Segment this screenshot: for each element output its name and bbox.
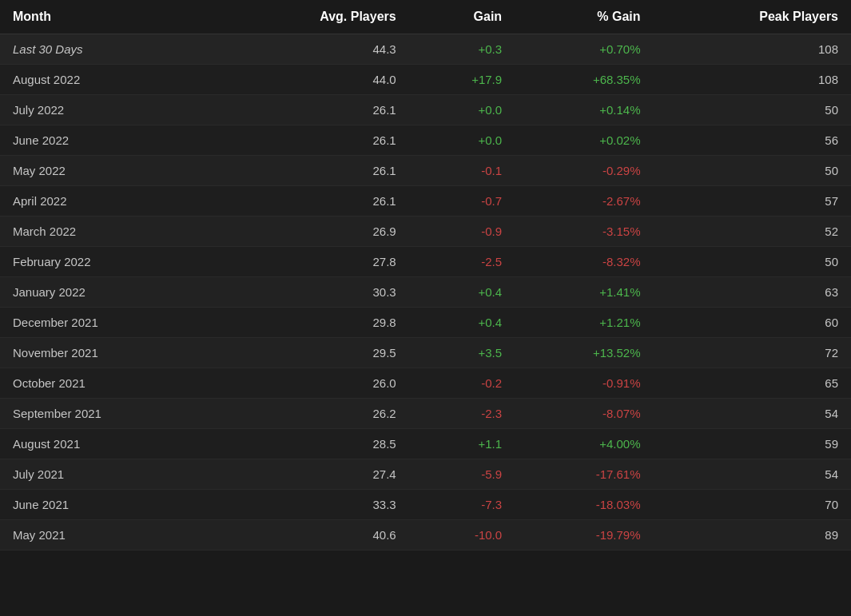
cell-gain: +0.0 <box>409 95 515 125</box>
cell-avg-players: 44.3 <box>216 34 408 65</box>
table-row: March 202226.9-0.9-3.15%52 <box>0 217 851 247</box>
cell-month: April 2022 <box>0 186 216 217</box>
cell-peak-players: 52 <box>654 217 851 247</box>
cell-avg-players: 26.2 <box>216 399 408 429</box>
cell-month: Last 30 Days <box>0 34 216 65</box>
cell-peak-players: 50 <box>654 95 851 125</box>
cell-month: March 2022 <box>0 217 216 247</box>
cell-peak-players: 108 <box>654 65 851 95</box>
cell-avg-players: 33.3 <box>216 490 408 520</box>
cell-pct-gain: +1.41% <box>515 277 653 308</box>
cell-avg-players: 26.9 <box>216 217 408 247</box>
cell-gain: +0.0 <box>409 125 515 156</box>
cell-pct-gain: +13.52% <box>515 338 653 368</box>
cell-gain: +3.5 <box>409 338 515 368</box>
cell-peak-players: 54 <box>654 399 851 429</box>
table-row: June 202226.1+0.0+0.02%56 <box>0 125 851 156</box>
cell-gain: -7.3 <box>409 490 515 520</box>
cell-gain: +0.4 <box>409 277 515 308</box>
cell-month: November 2021 <box>0 338 216 368</box>
cell-avg-players: 29.8 <box>216 308 408 338</box>
cell-avg-players: 26.1 <box>216 125 408 156</box>
cell-month: February 2022 <box>0 247 216 277</box>
cell-month: October 2021 <box>0 368 216 399</box>
cell-avg-players: 44.0 <box>216 65 408 95</box>
stats-table: Month Avg. Players Gain % Gain Peak Play… <box>0 0 851 550</box>
cell-peak-players: 63 <box>654 277 851 308</box>
cell-month: August 2022 <box>0 65 216 95</box>
table-row: May 202226.1-0.1-0.29%50 <box>0 156 851 186</box>
header-peak-players: Peak Players <box>654 0 851 34</box>
cell-peak-players: 89 <box>654 520 851 550</box>
cell-month: July 2021 <box>0 459 216 490</box>
cell-peak-players: 65 <box>654 368 851 399</box>
cell-pct-gain: +68.35% <box>515 65 653 95</box>
cell-gain: -5.9 <box>409 459 515 490</box>
header-pct-gain: % Gain <box>515 0 653 34</box>
cell-pct-gain: +0.70% <box>515 34 653 65</box>
cell-avg-players: 26.1 <box>216 186 408 217</box>
cell-peak-players: 50 <box>654 156 851 186</box>
cell-avg-players: 26.0 <box>216 368 408 399</box>
table-row: September 202126.2-2.3-8.07%54 <box>0 399 851 429</box>
cell-gain: +1.1 <box>409 429 515 459</box>
cell-pct-gain: -3.15% <box>515 217 653 247</box>
cell-gain: +0.3 <box>409 34 515 65</box>
cell-pct-gain: -0.29% <box>515 156 653 186</box>
cell-month: June 2022 <box>0 125 216 156</box>
cell-gain: +0.4 <box>409 308 515 338</box>
header-avg-players: Avg. Players <box>216 0 408 34</box>
cell-peak-players: 57 <box>654 186 851 217</box>
cell-peak-players: 54 <box>654 459 851 490</box>
cell-pct-gain: -0.91% <box>515 368 653 399</box>
cell-pct-gain: +4.00% <box>515 429 653 459</box>
cell-gain: -10.0 <box>409 520 515 550</box>
table-row: December 202129.8+0.4+1.21%60 <box>0 308 851 338</box>
table-row: October 202126.0-0.2-0.91%65 <box>0 368 851 399</box>
cell-pct-gain: +1.21% <box>515 308 653 338</box>
table-row: April 202226.1-0.7-2.67%57 <box>0 186 851 217</box>
cell-avg-players: 27.4 <box>216 459 408 490</box>
cell-month: December 2021 <box>0 308 216 338</box>
table-row: May 202140.6-10.0-19.79%89 <box>0 520 851 550</box>
cell-pct-gain: -19.79% <box>515 520 653 550</box>
cell-month: August 2021 <box>0 429 216 459</box>
cell-pct-gain: +0.02% <box>515 125 653 156</box>
cell-pct-gain: -18.03% <box>515 490 653 520</box>
cell-month: July 2022 <box>0 95 216 125</box>
cell-peak-players: 70 <box>654 490 851 520</box>
cell-gain: -0.1 <box>409 156 515 186</box>
cell-avg-players: 28.5 <box>216 429 408 459</box>
cell-peak-players: 50 <box>654 247 851 277</box>
cell-gain: +17.9 <box>409 65 515 95</box>
table-row: June 202133.3-7.3-18.03%70 <box>0 490 851 520</box>
cell-gain: -0.7 <box>409 186 515 217</box>
cell-pct-gain: +0.14% <box>515 95 653 125</box>
cell-pct-gain: -17.61% <box>515 459 653 490</box>
cell-pct-gain: -8.32% <box>515 247 653 277</box>
cell-avg-players: 26.1 <box>216 156 408 186</box>
cell-peak-players: 59 <box>654 429 851 459</box>
cell-month: May 2022 <box>0 156 216 186</box>
cell-peak-players: 72 <box>654 338 851 368</box>
header-month: Month <box>0 0 216 34</box>
header-gain: Gain <box>409 0 515 34</box>
table-row: July 202127.4-5.9-17.61%54 <box>0 459 851 490</box>
table-row: August 202244.0+17.9+68.35%108 <box>0 65 851 95</box>
cell-avg-players: 40.6 <box>216 520 408 550</box>
cell-avg-players: 27.8 <box>216 247 408 277</box>
table-row: November 202129.5+3.5+13.52%72 <box>0 338 851 368</box>
cell-gain: -0.9 <box>409 217 515 247</box>
cell-pct-gain: -8.07% <box>515 399 653 429</box>
cell-month: September 2021 <box>0 399 216 429</box>
cell-avg-players: 29.5 <box>216 338 408 368</box>
cell-peak-players: 108 <box>654 34 851 65</box>
cell-peak-players: 60 <box>654 308 851 338</box>
cell-month: June 2021 <box>0 490 216 520</box>
cell-peak-players: 56 <box>654 125 851 156</box>
table-header-row: Month Avg. Players Gain % Gain Peak Play… <box>0 0 851 34</box>
cell-gain: -2.5 <box>409 247 515 277</box>
cell-gain: -0.2 <box>409 368 515 399</box>
cell-month: May 2021 <box>0 520 216 550</box>
cell-pct-gain: -2.67% <box>515 186 653 217</box>
